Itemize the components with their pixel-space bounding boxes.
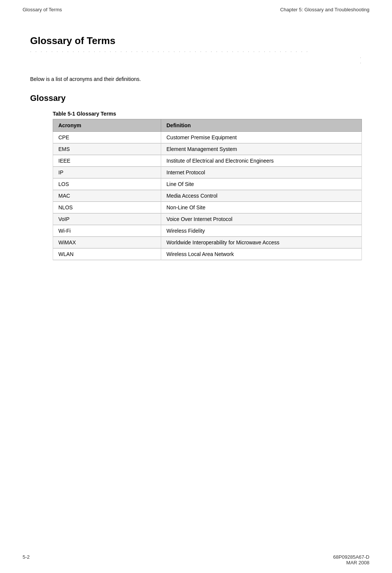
cell-definition: Institute of Electrical and Electronic E… [161,155,362,166]
footer-right: 68P09285A67-D MAR 2008 [333,554,369,565]
intro-text: Below is a list of acronyms and their de… [30,76,362,82]
cell-acronym: NLOS [53,201,161,213]
table-row: CPECustomer Premise Equipment [53,131,362,143]
footer-doc-number: 68P09285A67-D [333,554,369,560]
table-caption-number: Table 5-1 [53,111,75,117]
table-caption: Table 5-1 Glossary Terms [53,111,362,117]
cell-definition: Element Management System [161,143,362,155]
table-header: Acronym Definition [53,119,362,131]
page-header: Glossary of Terms Chapter 5: Glossary an… [0,0,392,12]
cell-acronym: WiMAX [53,236,161,248]
table-row: WLANWireless Local Area Network [53,248,362,260]
table-body: CPECustomer Premise EquipmentEMSElement … [53,131,362,260]
cell-acronym: IEEE [53,155,161,166]
cell-acronym: WLAN [53,248,161,260]
content-area: Glossary of Terms . . . . . . . . . . . … [0,12,392,290]
table-row: WiMAXWorldwide Interoperability for Micr… [53,236,362,248]
table-row: MACMedia Access Control [53,190,362,201]
cell-definition: Internet Protocol [161,166,362,178]
cell-definition: Line Of Site [161,178,362,190]
table-row: IEEEInstitute of Electrical and Electron… [53,155,362,166]
table-row: NLOSNon-Line Of Site [53,201,362,213]
header-left: Glossary of Terms [23,7,62,12]
cell-acronym: MAC [53,190,161,201]
footer-left: 5-2 [23,554,30,565]
glossary-heading: Glossary [30,93,362,103]
col-acronym: Acronym [53,119,161,131]
cell-definition: Voice Over Internet Protocol [161,213,362,225]
footer-date: MAR 2008 [333,560,369,565]
cell-acronym: IP [53,166,161,178]
table-row: IPInternet Protocol [53,166,362,178]
table-header-row: Acronym Definition [53,119,362,131]
cell-definition: Worldwide Interoperability for Microwave… [161,236,362,248]
glossary-table: Acronym Definition CPECustomer Premise E… [53,119,362,260]
cell-acronym: Wi-Fi [53,225,161,236]
cell-definition: Customer Premise Equipment [161,131,362,143]
page-footer: 5-2 68P09285A67-D MAR 2008 [0,554,392,565]
cell-acronym: VoIP [53,213,161,225]
table-row: EMSElement Management System [53,143,362,155]
header-right: Chapter 5: Glossary and Troubleshooting [280,7,369,12]
table-row: Wi-FiWireless Fidelity [53,225,362,236]
cell-acronym: EMS [53,143,161,155]
cell-acronym: LOS [53,178,161,190]
table-row: VoIPVoice Over Internet Protocol [53,213,362,225]
table-caption-rest: Glossary Terms [75,111,116,117]
cell-definition: Wireless Local Area Network [161,248,362,260]
dots-decoration: . . . . . . . . . . . . . . . . . . . . … [30,48,362,53]
table-row: LOSLine Of Site [53,178,362,190]
cell-acronym: CPE [53,131,161,143]
dot2: . [360,59,361,64]
cell-definition: Media Access Control [161,190,362,201]
cell-definition: Wireless Fidelity [161,225,362,236]
section-title: Glossary of Terms [30,35,362,47]
dot1: . [360,54,361,59]
cell-definition: Non-Line Of Site [161,201,362,213]
col-definition: Definition [161,119,362,131]
